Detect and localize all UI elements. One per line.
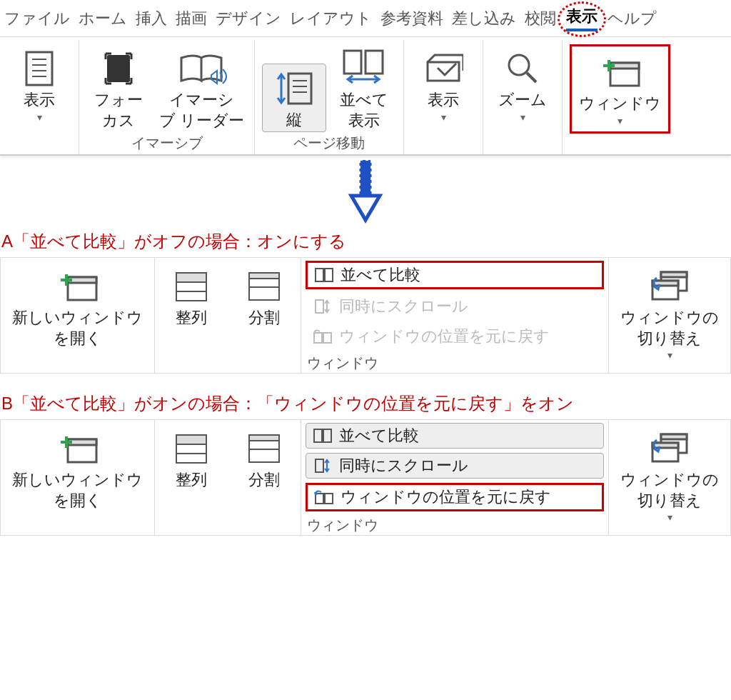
zoom-button[interactable]: ズーム ▾ [490,44,555,125]
svg-rect-48 [176,435,206,444]
new-window-group-b: 新しいウィンドウ を開く [0,420,155,535]
split-icon [239,265,289,308]
immersive-reader-button[interactable]: イマーシ ブ リーダー [156,44,247,132]
switch-window-icon [645,265,695,308]
reset-position-label: ウィンドウの位置を元に戻す [341,486,551,508]
svg-rect-11 [344,51,361,74]
tab-view-wrap[interactable]: 表示 [560,6,603,31]
svg-rect-34 [316,269,323,281]
switch-window-label: ウィンドウの 切り替え [620,308,719,349]
sync-scroll-icon [312,457,333,474]
chevron-down-icon: ▾ [667,349,672,361]
tab-home[interactable]: ホーム [74,8,131,29]
svg-marker-23 [351,196,380,220]
svg-point-15 [509,55,529,75]
new-window-icon [595,51,645,94]
switch-window-group: ウィンドウの 切り替え ▾ [609,258,731,373]
new-window-label: 新しいウィンドウ を開く [12,308,143,349]
tab-design[interactable]: デザイン [211,8,286,29]
split-label: 分割 [248,470,280,491]
window-group-label-b: ウィンドウ [301,516,608,535]
svg-rect-0 [26,52,52,85]
switch-window-label: ウィンドウの 切り替え [620,470,719,511]
compare-icon [313,266,335,284]
svg-rect-39 [323,333,331,343]
svg-rect-52 [249,435,279,441]
focus-button[interactable]: フォー カス [86,44,151,132]
tab-review[interactable]: 校閲 [520,8,560,29]
compare-button[interactable]: 並べて比較 [306,423,604,449]
window-label: ウィンドウ [579,94,661,114]
window-menu-b: 新しいウィンドウ を開く 整列 分割 並べて比較 [0,419,731,536]
new-window-group: 新しいウィンドウ を開く [0,258,155,373]
show-button[interactable]: 表示 ▾ [411,44,475,125]
arrange-group-b: 整列 [155,420,228,535]
chevron-down-icon: ▾ [667,511,672,524]
focus-label: フォー カス [94,90,143,131]
tab-help[interactable]: ヘルプ [603,8,661,29]
tab-view[interactable]: 表示 [566,6,598,31]
group-page-move-label: ページ移動 [293,134,365,153]
reset-position-button[interactable]: ウィンドウの位置を元に戻す [306,483,604,511]
new-window-button[interactable]: 新しいウィンドウ を開く [9,262,146,350]
arrange-group: 整列 [155,258,228,373]
new-window-icon [53,265,103,308]
arrange-button[interactable]: 整列 [163,262,219,330]
arrange-icon [166,427,216,470]
display-label: 表示 [24,90,55,111]
svg-rect-36 [316,300,323,313]
compare-options-a: 並べて比較 同時にスクロール ウィンドウの位置を元に戻す [301,258,608,351]
arrange-label: 整列 [176,470,207,491]
compare-label: 並べて比較 [341,264,420,286]
window-button[interactable]: ウィンドウ ▾ [570,44,670,134]
svg-rect-54 [314,429,322,442]
sync-scroll-label: 同時にスクロール [339,455,468,476]
tab-insert[interactable]: 挿入 [131,8,171,29]
split-button[interactable]: 分割 [236,262,292,330]
side-by-side-label: 並べて 表示 [340,90,388,131]
tab-draw[interactable]: 描画 [171,8,211,29]
sync-scroll-button[interactable]: 同時にスクロール [306,453,604,479]
window-group-label-a: ウィンドウ [301,354,608,373]
svg-rect-63 [652,443,678,448]
svg-rect-29 [176,282,206,291]
reset-position-icon [313,489,335,506]
ruler-icon [418,47,468,90]
zoom-icon [498,47,548,90]
tab-file[interactable]: ファイル [0,8,74,29]
svg-rect-41 [661,272,687,277]
svg-rect-38 [314,333,322,343]
new-window-button[interactable]: 新しいウィンドウ を開く [9,424,146,512]
caption-a: A「並べて比較」がオフの場合：オンにする [0,226,731,257]
split-button[interactable]: 分割 [236,424,292,492]
vertical-button[interactable]: 縦 [262,64,326,133]
display-button[interactable]: 表示 ▾ [7,44,71,125]
immersive-reader-label: イマーシ ブ リーダー [159,90,244,131]
ribbon-view: 表示 ▾ フォー カス イマーシ ブ リーダー イマーシブ [0,37,731,156]
tab-mailings[interactable]: 差し込み [448,8,520,29]
compare-button[interactable]: 並べて比較 [306,261,604,289]
vertical-label: 縦 [286,110,302,131]
window-menu-a: 新しいウィンドウ を開く 整列 分割 並べて比較 [0,257,731,374]
svg-rect-5 [107,55,130,82]
switch-window-button[interactable]: ウィンドウの 切り替え ▾ [617,262,722,363]
show-label: 表示 [428,90,459,111]
new-window-label: 新しいウィンドウ を開く [12,470,143,511]
tab-layout[interactable]: レイアウト [286,8,376,29]
group-zoom: ズーム ▾ [483,40,563,154]
split-group: 分割 [228,258,301,373]
arrange-button[interactable]: 整列 [163,424,219,492]
group-immersive: フォー カス イマーシ ブ リーダー イマーシブ [79,40,255,154]
side-by-side-button[interactable]: 並べて 表示 [332,44,396,132]
zoom-label: ズーム [498,90,547,111]
switch-window-button[interactable]: ウィンドウの 切り替え ▾ [617,424,722,525]
split-icon [239,427,289,470]
svg-rect-61 [661,434,687,439]
caption-b: B「並べて比較」がオンの場合：「ウィンドウの位置を元に戻す」をオン [0,388,731,419]
page-icon [14,47,64,90]
vertical-icon [269,67,319,110]
chevron-down-icon: ▾ [37,111,42,124]
tab-references[interactable]: 参考資料 [376,8,448,29]
svg-rect-7 [288,74,311,104]
svg-rect-28 [176,273,206,282]
